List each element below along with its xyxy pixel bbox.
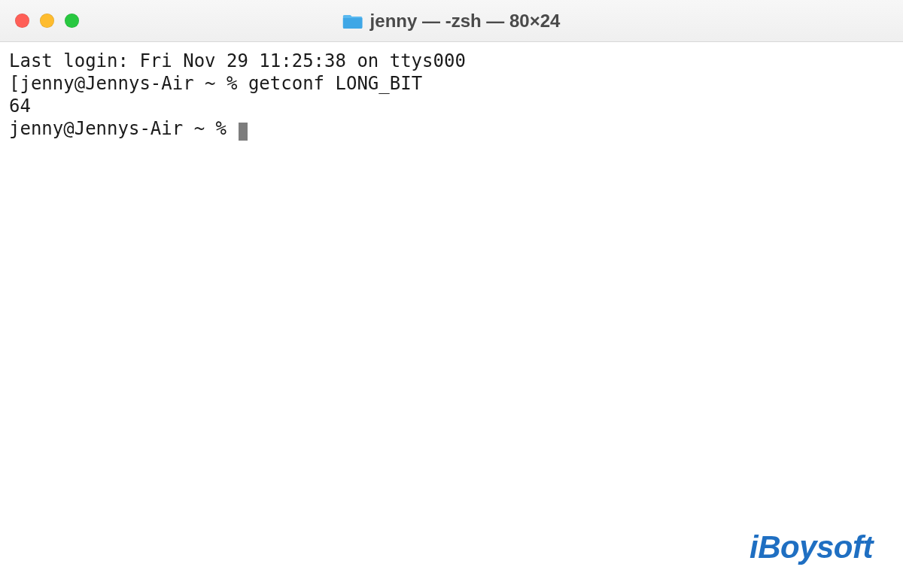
window-title: jenny — -zsh — 80×24 [370,11,561,32]
last-login-line: Last login: Fri Nov 29 11:25:38 on ttys0… [9,50,894,72]
minimize-button[interactable] [40,14,54,28]
prompt-2: jenny@Jennys-Air ~ % [9,118,237,139]
prompt-1: [jenny@Jennys-Air ~ % [9,73,248,94]
terminal-body[interactable]: Last login: Fri Nov 29 11:25:38 on ttys0… [0,42,903,588]
watermark-logo: iBoysoft [749,529,873,565]
command-1: getconf LONG_BIT [248,73,422,94]
command-line-2: jenny@Jennys-Air ~ % [9,117,894,140]
command-line-1: [jenny@Jennys-Air ~ % getconf LONG_BIT [9,72,894,95]
titlebar[interactable]: jenny — -zsh — 80×24 [0,0,903,42]
close-button[interactable] [15,14,29,28]
terminal-window: jenny — -zsh — 80×24 Last login: Fri Nov… [0,0,903,588]
cursor [239,123,248,141]
traffic-lights [15,14,79,28]
output-line: 64 [9,95,894,117]
folder-icon [343,13,363,29]
maximize-button[interactable] [65,14,79,28]
window-title-wrap: jenny — -zsh — 80×24 [343,11,561,32]
